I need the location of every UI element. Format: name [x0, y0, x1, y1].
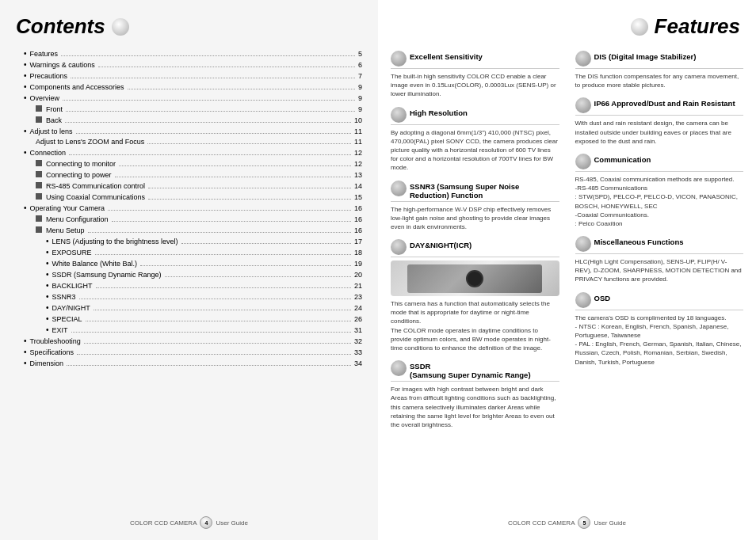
toc-page-num: 12 — [354, 160, 362, 168]
toc-bullet-icon: • — [24, 148, 27, 157]
toc-label: RS-485 Communication control — [46, 182, 145, 190]
toc-item: •LENS (Adjusting to the brightness level… — [24, 237, 362, 245]
toc-label: BACKLIGHT — [52, 282, 93, 290]
toc-item: •Connection12 — [24, 148, 362, 157]
toc-item: Adjust to Lens's ZOOM and Focus11 — [24, 138, 362, 146]
footer-guide-right: User Guide — [594, 519, 625, 527]
feature-icon-osd — [575, 292, 591, 308]
toc-dots — [69, 154, 351, 155]
toc-page-num: 5 — [358, 50, 362, 58]
feature-icon-dis — [575, 51, 591, 67]
page-number-left: 4 — [200, 516, 212, 529]
feature-day-night: DAY&NIGHT(ICR)This camera has a function… — [386, 238, 564, 356]
feature-ssdr: SSDR (Samsung Super Dynamic Range)For im… — [386, 359, 564, 432]
toc-page-num: 24 — [354, 304, 362, 312]
toc-item: •Warnings & cautions6 — [24, 60, 362, 69]
feature-icon-excellent-sensitivity — [391, 51, 407, 67]
toc-item: Menu Configuration16 — [24, 215, 362, 223]
toc-item: •EXPOSURE18 — [24, 248, 362, 257]
toc-item: •BACKLIGHT21 — [24, 281, 362, 290]
feature-title-text-ssnr3: SSNR3 (Samsung Super Noise Reduction) Fu… — [410, 182, 559, 200]
feature-text-excellent-sensitivity: The built-in high sensitivity COLOR CCD … — [391, 72, 559, 99]
toc-label: LENS (Adjusting to the brightness level) — [52, 238, 178, 245]
toc-bullet-icon: • — [24, 93, 27, 102]
toc-square-icon — [36, 215, 42, 222]
toc-label: Operating Your Camera — [30, 204, 105, 212]
toc-dots — [77, 354, 351, 355]
feature-title-osd: OSD — [575, 294, 744, 310]
toc-page-num: 16 — [354, 204, 362, 212]
toc-bullet-icon: • — [24, 49, 27, 58]
toc-label: Overview — [30, 94, 60, 102]
toc-item: •Adjust to lens11 — [24, 127, 362, 135]
right-footer: COLOR CCD CAMERA 5 User Guide — [378, 511, 756, 532]
toc-item: •EXIT31 — [24, 325, 362, 334]
right-header: Features — [378, 8, 756, 45]
toc-dots — [71, 78, 355, 78]
toc-square-icon — [36, 226, 42, 233]
toc-bullet-icon: • — [24, 82, 27, 91]
toc-dots — [108, 210, 351, 211]
feature-icon-high-resolution — [391, 107, 407, 123]
toc-page-num: 9 — [358, 105, 362, 113]
toc-dots — [119, 165, 351, 166]
toc-page-num: 19 — [354, 260, 362, 268]
feature-title-text-ssdr: SSDR (Samsung Super Dynamic Range) — [410, 362, 531, 379]
feature-icon-ssnr3 — [391, 181, 407, 196]
toc-dots — [115, 177, 351, 177]
toc-page-num: 32 — [354, 337, 362, 345]
feature-title-text-high-resolution: High Resolution — [410, 108, 468, 117]
toc-bullet-icon: • — [24, 71, 27, 80]
camera-visual — [407, 264, 542, 293]
header-circle-right — [631, 18, 648, 36]
toc-dots — [95, 254, 351, 255]
toc-label: Adjust to lens — [30, 127, 73, 135]
feature-text-dis: The DIS function compensates for any cam… — [575, 72, 744, 89]
left-header: Contents — [0, 8, 378, 45]
toc-square-icon — [36, 105, 42, 112]
toc-dots — [181, 243, 351, 244]
feature-title-dis: DIS (Digital Image Stabilizer) — [575, 52, 744, 69]
toc-page-num: 13 — [354, 171, 362, 179]
toc-bullet-icon: • — [24, 359, 27, 367]
feature-misc: Miscellaneous FunctionsHLC(High Light Co… — [571, 234, 749, 287]
contents-title: Contents — [16, 14, 105, 39]
toc-item: Back10 — [24, 116, 362, 124]
toc-bullet-icon: • — [24, 337, 27, 345]
feature-icon-day-night — [391, 239, 407, 255]
feature-title-text-osd: OSD — [594, 294, 611, 302]
feature-title-ip66: IP66 Approved/Dust and Rain Resistant — [575, 99, 744, 116]
toc-item: Menu Setup16 — [24, 226, 362, 234]
toc-item: •Precautions7 — [24, 71, 362, 80]
toc-page-num: 12 — [354, 149, 362, 157]
toc-bullet-icon: • — [24, 203, 27, 212]
toc-label: EXIT — [52, 326, 68, 334]
feature-title-day-night: DAY&NIGHT(ICR) — [391, 241, 559, 257]
toc-dots — [76, 133, 351, 134]
toc-item: •Overview9 — [24, 93, 362, 102]
toc-item: •Specifications33 — [24, 348, 362, 356]
toc-dots — [112, 221, 351, 222]
toc-label: Connecting to monitor — [46, 160, 116, 168]
feature-icon-misc — [575, 236, 591, 252]
toc-label: Dimension — [30, 359, 64, 367]
toc-page-num: 31 — [354, 326, 362, 334]
features-left-col: Excellent SensitivityThe built-in high s… — [386, 49, 564, 432]
toc-dots — [140, 265, 351, 266]
toc-item: •Features5 — [24, 49, 362, 58]
toc-body: •Features5•Warnings & cautions6•Precauti… — [0, 45, 378, 511]
toc-page-num: 9 — [358, 83, 362, 91]
toc-label: Specifications — [30, 348, 74, 356]
toc-label: Features — [30, 50, 59, 58]
toc-page-num: 14 — [354, 182, 362, 190]
toc-page-num: 34 — [354, 359, 362, 367]
toc-item: •Operating Your Camera16 — [24, 203, 362, 212]
toc-item: •Troubleshooting32 — [24, 337, 362, 345]
right-panel: Features Excellent SensitivityThe built-… — [378, 0, 756, 540]
feature-title-text-day-night: DAY&NIGHT(ICR) — [410, 241, 472, 249]
feature-title-text-ip66: IP66 Approved/Dust and Rain Resistant — [594, 99, 735, 108]
toc-page-num: 6 — [358, 61, 362, 69]
feature-title-text-communication: Communication — [594, 155, 651, 164]
toc-dots — [165, 276, 351, 277]
toc-label: DAY/NIGHT — [52, 304, 90, 312]
